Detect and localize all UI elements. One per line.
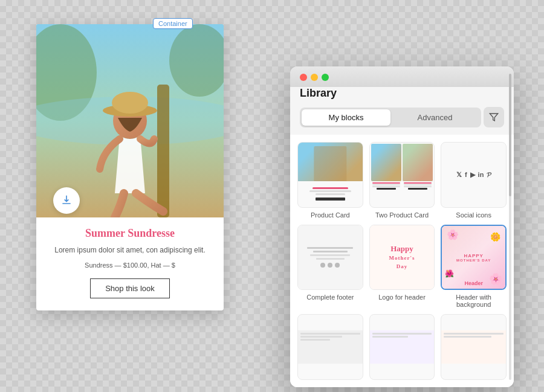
panel-body: Product Card bbox=[290, 135, 514, 387]
block-item-header-with-background[interactable]: 🌸 🌼 🌺 🌸 HAPPY MOTHER'S DAY Header Header… bbox=[441, 225, 507, 309]
container-label: Container bbox=[153, 18, 193, 29]
email-preview: Summer Sundresse Lorem ipsum dolor sit a… bbox=[36, 24, 224, 310]
panel-titlebar bbox=[290, 66, 514, 87]
block-item-extra-2[interactable] bbox=[369, 314, 435, 380]
block-thumb-two-product-card bbox=[369, 142, 435, 208]
block-item-social-icons[interactable]: 𝕏 f ▶ in 𝓟 Social icons bbox=[441, 142, 507, 219]
traffic-lights bbox=[300, 74, 329, 81]
pinterest-icon: 𝓟 bbox=[487, 171, 491, 179]
panel-title: Library bbox=[290, 87, 514, 107]
tab-advanced[interactable]: Advanced bbox=[390, 109, 479, 126]
block-label-logo-for-header: Logo for header bbox=[378, 294, 426, 301]
block-item-product-card[interactable]: Product Card bbox=[297, 142, 363, 219]
facebook-icon: f bbox=[465, 171, 467, 178]
block-label-header-with-background: Header with background bbox=[441, 294, 507, 308]
twitter-icon: 𝕏 bbox=[456, 171, 462, 179]
email-body: Lorem ipsum dolor sit amet, con adipisci… bbox=[48, 245, 212, 255]
block-item-complete-footer[interactable]: Complete footer bbox=[297, 225, 363, 309]
block-thumb-extra-2 bbox=[369, 314, 435, 380]
close-button[interactable] bbox=[300, 74, 307, 81]
blocks-grid: Product Card bbox=[297, 142, 507, 308]
svg-point-7 bbox=[112, 92, 148, 114]
block-thumb-header-with-background: 🌸 🌼 🌺 🌸 HAPPY MOTHER'S DAY Header bbox=[441, 225, 507, 291]
library-panel: Library My blocks Advanced bbox=[290, 66, 514, 387]
panel-tabs: My blocks Advanced bbox=[290, 107, 514, 135]
filter-button[interactable] bbox=[484, 107, 504, 127]
block-item-extra-3[interactable] bbox=[441, 314, 507, 380]
block-label-product-card: Product Card bbox=[311, 211, 350, 219]
block-thumb-social-icons: 𝕏 f ▶ in 𝓟 bbox=[441, 142, 507, 208]
minimize-button[interactable] bbox=[311, 74, 318, 81]
block-thumb-extra-1 bbox=[297, 314, 363, 380]
maximize-button[interactable] bbox=[322, 74, 329, 81]
block-label-two-product-card: Two Product Card bbox=[375, 211, 429, 219]
block-item-extra-1[interactable] bbox=[297, 314, 363, 380]
block-thumb-extra-3 bbox=[441, 314, 507, 380]
block-label-social-icons: Social icons bbox=[456, 211, 491, 219]
block-item-two-product-card[interactable]: Two Product Card bbox=[369, 142, 435, 219]
block-label-complete-footer: Complete footer bbox=[306, 294, 354, 301]
email-products: Sundress — $100.00, Hat — $ bbox=[48, 262, 212, 269]
svg-rect-4 bbox=[157, 85, 169, 217]
download-button[interactable] bbox=[53, 187, 80, 214]
email-title: Summer Sundresse bbox=[48, 227, 212, 240]
email-content: Summer Sundresse Lorem ipsum dolor sit a… bbox=[36, 217, 224, 310]
scrollbar-thumb bbox=[509, 74, 511, 196]
svg-marker-8 bbox=[490, 114, 497, 121]
blocks-grid-bottom bbox=[297, 314, 507, 380]
block-thumb-logo-for-header: Happy Mother's Day bbox=[369, 225, 435, 291]
block-item-logo-for-header[interactable]: Happy Mother's Day Logo for header bbox=[369, 225, 435, 309]
youtube-icon: ▶ bbox=[470, 171, 475, 179]
scrollbar[interactable] bbox=[509, 74, 511, 380]
shop-button[interactable]: Shop this look bbox=[90, 278, 170, 298]
block-thumb-product-card bbox=[297, 142, 363, 208]
tab-my-blocks[interactable]: My blocks bbox=[302, 109, 390, 126]
tab-group: My blocks Advanced bbox=[300, 108, 481, 127]
block-thumb-complete-footer bbox=[297, 225, 363, 291]
linkedin-icon: in bbox=[478, 171, 484, 178]
